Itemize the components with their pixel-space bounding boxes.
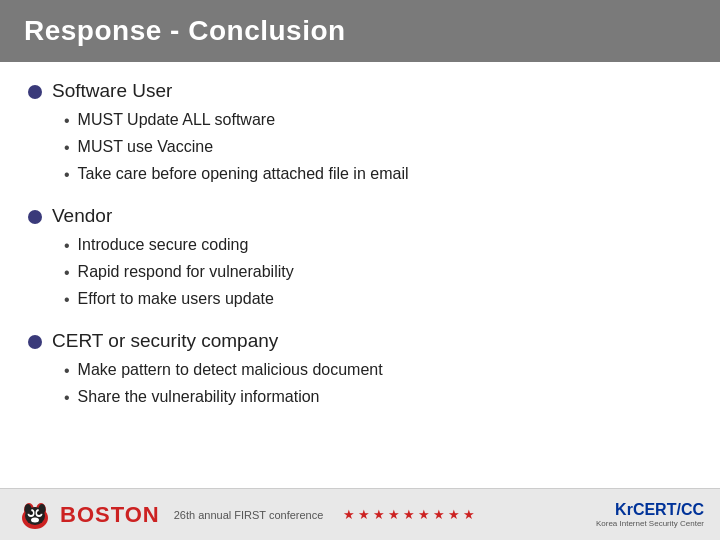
slide-footer: BOSTON 26th annual FIRST conference ★ ★ …: [0, 488, 720, 540]
section-software-user: Software User•MUST Update ALL software•M…: [28, 80, 692, 187]
section-title-row-software-user: Software User: [28, 80, 692, 102]
section-title-row-vendor: Vendor: [28, 205, 692, 227]
section-title-row-cert: CERT or security company: [28, 330, 692, 352]
slide-header: Response - Conclusion: [0, 0, 720, 62]
sub-items-vendor: •Introduce secure coding•Rapid respond f…: [64, 233, 692, 312]
sub-bullet-icon: •: [64, 261, 70, 285]
star-2: ★: [358, 507, 370, 522]
star-8: ★: [448, 507, 460, 522]
section-title-text-software-user: Software User: [52, 80, 172, 102]
sub-item-text: MUST Update ALL software: [78, 108, 275, 132]
section-bullet-vendor: [28, 210, 42, 224]
svg-point-8: [31, 517, 39, 522]
sub-bullet-icon: •: [64, 136, 70, 160]
sub-item-text: MUST use Vaccine: [78, 135, 213, 159]
sub-bullet-icon: •: [64, 386, 70, 410]
svg-point-10: [39, 504, 46, 514]
sub-bullet-icon: •: [64, 234, 70, 258]
sub-item-text: Take care before opening attached file i…: [78, 162, 409, 186]
star-5: ★: [403, 507, 415, 522]
star-9: ★: [463, 507, 475, 522]
sub-bullet-icon: •: [64, 109, 70, 133]
star-6: ★: [418, 507, 430, 522]
sub-item-text: Share the vulnerability information: [78, 385, 320, 409]
list-item: •Make pattern to detect malicious docume…: [64, 358, 692, 383]
slide-title: Response - Conclusion: [24, 15, 346, 47]
svg-point-9: [25, 504, 32, 514]
section-bullet-software-user: [28, 85, 42, 99]
slide-content: Software User•MUST Update ALL software•M…: [0, 62, 720, 488]
section-title-text-cert: CERT or security company: [52, 330, 278, 352]
sub-item-text: Make pattern to detect malicious documen…: [78, 358, 383, 382]
sub-bullet-icon: •: [64, 163, 70, 187]
star-4: ★: [388, 507, 400, 522]
section-title-text-vendor: Vendor: [52, 205, 112, 227]
list-item: •Share the vulnerability information: [64, 385, 692, 410]
sub-items-software-user: •MUST Update ALL software•MUST use Vacci…: [64, 108, 692, 187]
list-item: •Effort to make users update: [64, 287, 692, 312]
krcert-sub: Korea Internet Security Center: [596, 519, 704, 528]
star-1: ★: [343, 507, 355, 522]
star-7: ★: [433, 507, 445, 522]
list-item: •Rapid respond for vulnerability: [64, 260, 692, 285]
list-item: •MUST Update ALL software: [64, 108, 692, 133]
section-bullet-cert: [28, 335, 42, 349]
boston-text: BOSTON: [60, 502, 160, 528]
sub-item-text: Effort to make users update: [78, 287, 274, 311]
footer-right: KrCERT/CC Korea Internet Security Center: [596, 501, 704, 528]
footer-left: BOSTON 26th annual FIRST conference ★ ★ …: [16, 496, 485, 534]
sub-bullet-icon: •: [64, 359, 70, 383]
krcert-logo: KrCERT/CC Korea Internet Security Center: [596, 501, 704, 528]
krcert-label: KrCERT/CC: [615, 501, 704, 519]
sub-bullet-icon: •: [64, 288, 70, 312]
list-item: •Introduce secure coding: [64, 233, 692, 258]
star-3: ★: [373, 507, 385, 522]
list-item: •Take care before opening attached file …: [64, 162, 692, 187]
stars-row: ★ ★ ★ ★ ★ ★ ★ ★ ★: [343, 507, 475, 522]
boston-icon: [16, 496, 54, 534]
sub-item-text: Introduce secure coding: [78, 233, 249, 257]
conference-label: 26th annual FIRST conference: [174, 509, 324, 521]
section-cert: CERT or security company•Make pattern to…: [28, 330, 692, 410]
slide: Response - Conclusion Software User•MUST…: [0, 0, 720, 540]
section-vendor: Vendor•Introduce secure coding•Rapid res…: [28, 205, 692, 312]
list-item: •MUST use Vaccine: [64, 135, 692, 160]
boston-logo: BOSTON: [16, 496, 160, 534]
sub-item-text: Rapid respond for vulnerability: [78, 260, 294, 284]
sub-items-cert: •Make pattern to detect malicious docume…: [64, 358, 692, 410]
